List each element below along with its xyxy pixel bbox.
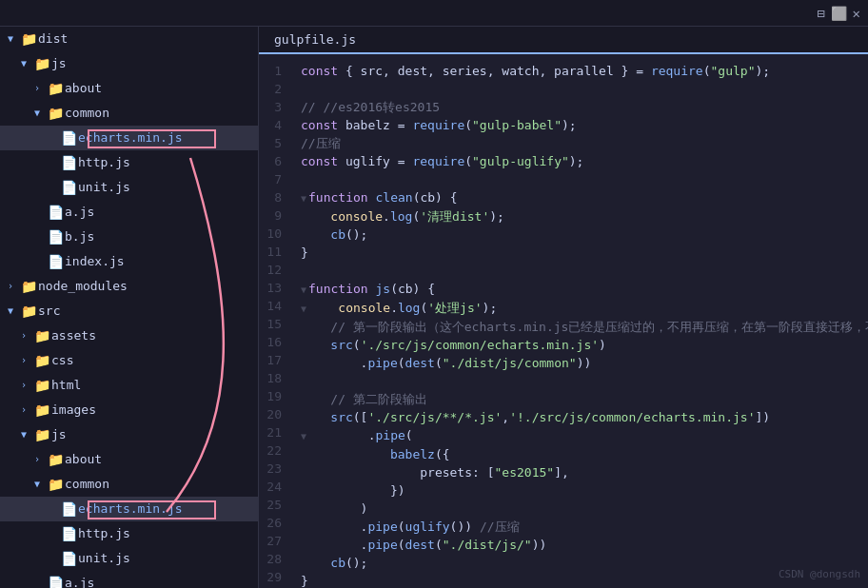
tree-item-dist-js-common-echarts[interactable]: ›📄echarts.min.js: [0, 126, 258, 150]
tree-label-src-js-common: common: [65, 474, 109, 495]
code-line-13: ▼function js(cb) {: [301, 280, 868, 299]
tree-item-dist-js-common[interactable]: ▼📁common: [0, 101, 258, 126]
tree-item-dist-js-common-http[interactable]: ›📄http.js: [0, 150, 258, 175]
line-number-20: 20: [259, 405, 286, 423]
code-line-4: const babelz = require("gulp-babel");: [301, 116, 868, 134]
tree-label-src-js-common-http: http.js: [78, 523, 130, 544]
tree-item-dist-js[interactable]: ▼📁js: [0, 51, 258, 76]
tree-item-src-js-common-http[interactable]: ›📄http.js: [0, 521, 258, 546]
file-icon-src-js-common-echarts: 📄: [61, 499, 78, 519]
line-numbers: 1234567891011121314151617181920212223242…: [259, 54, 293, 588]
tree-label-src-html: html: [51, 375, 81, 396]
tree-arrow-src-html: ›: [21, 375, 34, 396]
folder-icon-dist-js: 📁: [34, 53, 51, 74]
tree-item-dist-js-bjs[interactable]: ›📄b.js: [0, 225, 258, 249]
folder-icon-src-assets: 📁: [34, 325, 51, 346]
folder-icon-src-images: 📁: [34, 400, 51, 421]
line-number-11: 11: [259, 243, 286, 261]
editor-tab[interactable]: gulpfile.js: [259, 27, 868, 54]
minimize-icon[interactable]: ⊟: [817, 6, 824, 21]
tree-item-src-js-common-unit[interactable]: ›📄unit.js: [0, 546, 258, 571]
tree-item-src-js-common-echarts[interactable]: ›📄echarts.min.js: [0, 497, 258, 521]
folder-icon-src-js-common: 📁: [48, 474, 65, 495]
line-number-6: 6: [259, 152, 286, 170]
tree-label-dist-js-common: common: [65, 103, 109, 124]
tree-label-dist-js-about: about: [65, 78, 102, 99]
file-icon-src-js-common-unit: 📄: [61, 548, 78, 569]
close-icon[interactable]: ✕: [853, 6, 860, 21]
tree-item-src-js-ajs[interactable]: ›📄a.js: [0, 571, 258, 588]
tree-arrow-src-assets: ›: [21, 325, 34, 346]
tree-item-src-js-about[interactable]: ›📁about: [0, 447, 258, 472]
code-line-2: [301, 80, 868, 98]
folder-icon-src-js: 📁: [34, 424, 51, 445]
code-line-6: const uglify = require("gulp-uglify");: [301, 152, 868, 170]
folder-icon-src-html: 📁: [34, 375, 51, 396]
code-line-22: babelz({: [301, 445, 868, 463]
tree-label-src-js: js: [51, 424, 67, 445]
line-number-22: 22: [259, 441, 286, 460]
tree-arrow-src-css: ›: [21, 350, 34, 371]
tree-item-dist-js-indexjs[interactable]: ›📄index.js: [0, 249, 258, 274]
tree-item-src-assets[interactable]: ›📁assets: [0, 323, 258, 348]
code-line-8: ▼function clean(cb) {: [301, 188, 868, 207]
tree-arrow-src-js: ▼: [21, 424, 34, 445]
code-area[interactable]: 1234567891011121314151617181920212223242…: [259, 54, 868, 588]
tree-item-src-js-common[interactable]: ▼📁common: [0, 472, 258, 497]
tree-label-src-js-about: about: [65, 449, 102, 470]
line-number-12: 12: [259, 261, 286, 279]
code-line-17: .pipe(dest("./dist/js/common")): [301, 354, 868, 372]
line-number-17: 17: [259, 351, 286, 369]
line-number-26: 26: [259, 514, 286, 532]
tree-label-dist-js-common-echarts: echarts.min.js: [78, 127, 183, 148]
line-number-7: 7: [259, 170, 286, 188]
line-number-28: 28: [259, 550, 286, 568]
file-icon-dist-js-common-unit: 📄: [61, 177, 78, 198]
line-number-3: 3: [259, 98, 286, 116]
code-content: const { src, dest, series, watch, parall…: [293, 54, 868, 588]
line-number-5: 5: [259, 134, 286, 152]
tree-item-src-js[interactable]: ▼📁js: [0, 422, 258, 447]
code-line-1: const { src, dest, series, watch, parall…: [301, 62, 868, 80]
tree-item-dist-js-about[interactable]: ›📁about: [0, 76, 258, 101]
line-number-27: 27: [259, 532, 286, 550]
line-number-10: 10: [259, 225, 286, 243]
tree-item-src-images[interactable]: ›📁images: [0, 398, 258, 422]
tree-label-dist-js-common-unit: unit.js: [78, 177, 130, 198]
maximize-icon[interactable]: ⬜: [831, 6, 847, 21]
tree-item-node_modules[interactable]: ›📁node_modules: [0, 274, 258, 299]
tree-arrow-node_modules: ›: [8, 276, 21, 297]
line-number-24: 24: [259, 478, 286, 496]
code-line-26: .pipe(uglify()) //压缩: [301, 518, 868, 536]
tree-label-src-images: images: [51, 400, 96, 421]
line-number-15: 15: [259, 315, 286, 333]
code-line-11: }: [301, 244, 868, 262]
tree-item-dist[interactable]: ▼📁dist: [0, 27, 258, 51]
tree-label-src-js-common-echarts: echarts.min.js: [78, 499, 183, 519]
code-line-15: // 第一阶段输出（这个echarts.min.js已经是压缩过的，不用再压缩，…: [301, 318, 868, 336]
code-line-18: [301, 372, 868, 390]
tree-arrow-src-js-about: ›: [34, 449, 48, 470]
editor-panel: gulpfile.js 1234567891011121314151617181…: [259, 27, 868, 588]
folder-icon-dist: 📁: [21, 29, 38, 49]
line-number-16: 16: [259, 333, 286, 351]
tree-item-dist-js-common-unit[interactable]: ›📄unit.js: [0, 175, 258, 200]
file-icon-src-js-common-http: 📄: [61, 523, 78, 544]
tree-item-src[interactable]: ▼📁src: [0, 299, 258, 323]
code-line-20: src(['./src/js/**/*.js','!./src/js/commo…: [301, 408, 868, 426]
code-line-25: ): [301, 500, 868, 518]
tree-item-dist-js-ajs[interactable]: ›📄a.js: [0, 200, 258, 225]
line-number-25: 25: [259, 496, 286, 514]
code-line-7: [301, 170, 868, 188]
file-tree: ▼📁dist▼📁js›📁about▼📁common›📄echarts.min.j…: [0, 27, 259, 588]
file-icon-dist-js-common-echarts: 📄: [61, 127, 78, 148]
top-bar: ⊟ ⬜ ✕: [0, 0, 868, 27]
tree-label-src-js-common-unit: unit.js: [78, 548, 130, 569]
line-number-29: 29: [259, 568, 286, 586]
tree-item-src-html[interactable]: ›📁html: [0, 373, 258, 398]
tree-item-src-css[interactable]: ›📁css: [0, 348, 258, 373]
tree-label-src-assets: assets: [51, 325, 96, 346]
code-line-19: // 第二阶段输出: [301, 390, 868, 408]
line-number-19: 19: [259, 387, 286, 405]
tree-arrow-dist-js-about: ›: [34, 78, 48, 99]
